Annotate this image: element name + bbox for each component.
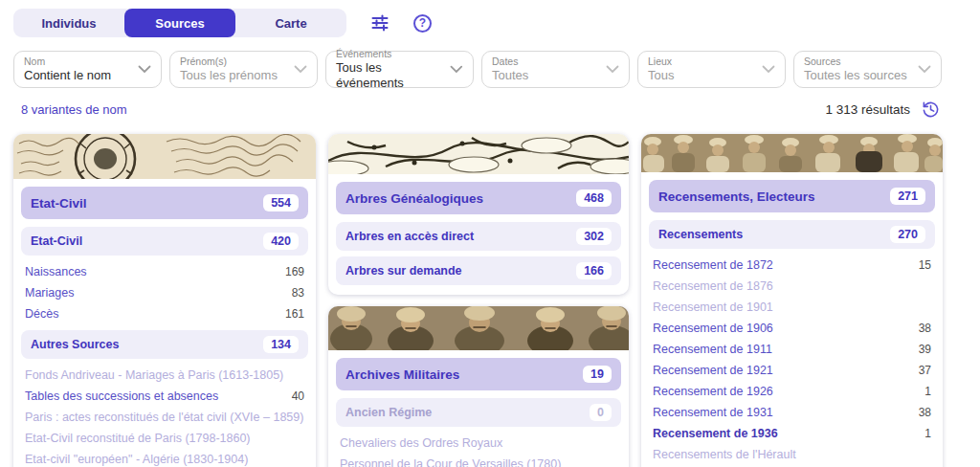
category-header-etat-civil[interactable]: Etat-Civil 554 bbox=[21, 187, 308, 219]
chevron-down-icon bbox=[762, 65, 775, 74]
card-recensements: Recensements, Electeurs 271 Recensements… bbox=[641, 134, 943, 467]
filter-nom[interactable]: Nom Contient le nom bbox=[13, 51, 162, 88]
filter-label: Dates bbox=[492, 56, 528, 68]
count-badge: 0 bbox=[590, 404, 612, 421]
category-header-militaires[interactable]: Archives Militaires 19 bbox=[336, 358, 621, 390]
source-row: Recensement de 1926 1 bbox=[641, 381, 943, 402]
category-header-arbres[interactable]: Arbres Généalogiques 468 bbox=[336, 182, 621, 214]
count-badge: 166 bbox=[576, 262, 612, 279]
source-row: Tables des successions et absences 40 bbox=[13, 386, 316, 407]
source-row: Naissances 169 bbox=[13, 261, 316, 282]
chevron-down-icon bbox=[294, 65, 307, 74]
filter-value: Tous les événements bbox=[336, 60, 450, 92]
count-badge: 134 bbox=[263, 336, 299, 353]
source-row-disabled: Personnel de la Cour de Versailles (1780… bbox=[328, 454, 629, 467]
tab-bar: Individus Sources Carte bbox=[13, 9, 346, 37]
subcategory-row[interactable]: Arbres en accès direct 302 bbox=[336, 222, 621, 251]
filter-label: Sources bbox=[804, 56, 907, 68]
source-row-disabled: Recensement de 1876 bbox=[641, 276, 943, 297]
results-columns: Etat-Civil 554 Etat-Civil 420 Naissances… bbox=[13, 134, 980, 467]
history-icon[interactable] bbox=[922, 100, 940, 119]
source-row: Recensement de 1931 38 bbox=[641, 402, 943, 423]
card-archives-militaires: Archives Militaires 19 Ancien Régime 0 C… bbox=[328, 306, 629, 467]
source-row-disabled: Etat-Civil reconstitué de Paris (1798-18… bbox=[13, 428, 316, 449]
source-row: Recensement de 1936 1 bbox=[641, 423, 943, 444]
chevron-down-icon bbox=[138, 65, 151, 74]
card-etat-civil: Etat-Civil 554 Etat-Civil 420 Naissances… bbox=[13, 134, 316, 467]
count-badge: 468 bbox=[576, 189, 612, 207]
count-badge: 302 bbox=[576, 228, 612, 245]
source-row-disabled: Recensement de 1901 bbox=[641, 297, 943, 318]
militaires-banner-image bbox=[328, 306, 629, 350]
source-row: Recensement de 1921 37 bbox=[641, 360, 943, 381]
filter-label: Événements bbox=[336, 48, 450, 60]
filter-prenoms[interactable]: Prénom(s) Tous les prénoms bbox=[169, 51, 318, 88]
source-row: Mariages 83 bbox=[13, 282, 316, 303]
card-arbres: Arbres Généalogiques 468 Arbres en accès… bbox=[328, 134, 629, 295]
filter-value: Contient le nom bbox=[24, 68, 111, 83]
tab-individus[interactable]: Individus bbox=[13, 9, 124, 37]
source-row-disabled: Recensements de l'Hérault bbox=[641, 444, 943, 465]
filter-lieux[interactable]: Lieux Tous bbox=[637, 51, 786, 88]
meta-row: 8 variantes de nom 1 313 résultats bbox=[0, 88, 980, 119]
column-etat-civil: Etat-Civil 554 Etat-Civil 420 Naissances… bbox=[13, 134, 316, 467]
column-recensements: Recensements, Electeurs 271 Recensements… bbox=[641, 134, 943, 467]
filter-value: Tous bbox=[648, 68, 674, 83]
subcategory-row[interactable]: Etat-Civil 420 bbox=[21, 227, 308, 256]
source-row: Recensement de 1872 15 bbox=[641, 255, 943, 276]
tab-carte[interactable]: Carte bbox=[235, 9, 346, 37]
column-arbres-militaires: Arbres Généalogiques 468 Arbres en accès… bbox=[328, 134, 629, 467]
filter-value: Toutes bbox=[492, 68, 528, 83]
count-badge: 270 bbox=[890, 226, 925, 243]
arbres-banner-image bbox=[328, 134, 629, 174]
subcategory-row[interactable]: Autres Sources 134 bbox=[21, 330, 308, 359]
chevron-down-icon bbox=[918, 65, 931, 74]
filter-label: Nom bbox=[24, 56, 111, 68]
count-badge: 420 bbox=[263, 233, 299, 250]
count-badge: 554 bbox=[263, 194, 299, 211]
etat-civil-banner-image bbox=[13, 134, 316, 179]
filter-label: Prénom(s) bbox=[180, 56, 278, 68]
name-variants-link[interactable]: 8 variantes de nom bbox=[21, 102, 127, 117]
count-badge: 271 bbox=[890, 188, 925, 205]
filter-sources[interactable]: Sources Toutes les sources bbox=[793, 51, 942, 88]
top-bar: Individus Sources Carte ? bbox=[0, 0, 980, 37]
filter-value: Toutes les sources bbox=[804, 68, 907, 83]
tab-sources[interactable]: Sources bbox=[124, 9, 235, 37]
filter-dates[interactable]: Dates Toutes bbox=[481, 51, 630, 88]
source-row-disabled: Fonds Andriveau - Mariages à Paris (1613… bbox=[13, 365, 316, 386]
source-row: Recensement de 1906 38 bbox=[641, 318, 943, 339]
question-icon[interactable]: ? bbox=[413, 14, 432, 33]
chevron-down-icon bbox=[606, 65, 619, 74]
count-badge: 19 bbox=[583, 366, 612, 383]
filter-value: Tous les prénoms bbox=[180, 68, 278, 83]
source-row: Décès 161 bbox=[13, 303, 316, 324]
subcategory-row[interactable]: Recensements 270 bbox=[649, 220, 935, 249]
subcategory-row-disabled: Ancien Régime 0 bbox=[336, 398, 621, 427]
source-row-disabled: Etat-civil "européen" - Algérie (1830-19… bbox=[13, 449, 316, 467]
filter-evenements[interactable]: Événements Tous les événements bbox=[325, 51, 474, 88]
sliders-icon[interactable] bbox=[369, 12, 390, 33]
subcategory-row[interactable]: Arbres sur demande 166 bbox=[336, 256, 621, 285]
filter-label: Lieux bbox=[648, 56, 674, 68]
recensements-banner-image bbox=[641, 134, 943, 172]
results-count: 1 313 résultats bbox=[825, 102, 910, 117]
category-header-recensements[interactable]: Recensements, Electeurs 271 bbox=[649, 180, 935, 212]
source-row-disabled: Paris : actes reconstitués de l'état civ… bbox=[13, 407, 316, 428]
source-row-disabled: Chevaliers des Ordres Royaux bbox=[328, 433, 629, 454]
filter-row: Nom Contient le nom Prénom(s) Tous les p… bbox=[0, 37, 980, 88]
chevron-down-icon bbox=[450, 65, 463, 74]
source-row: Recensement de 1911 39 bbox=[641, 339, 943, 360]
